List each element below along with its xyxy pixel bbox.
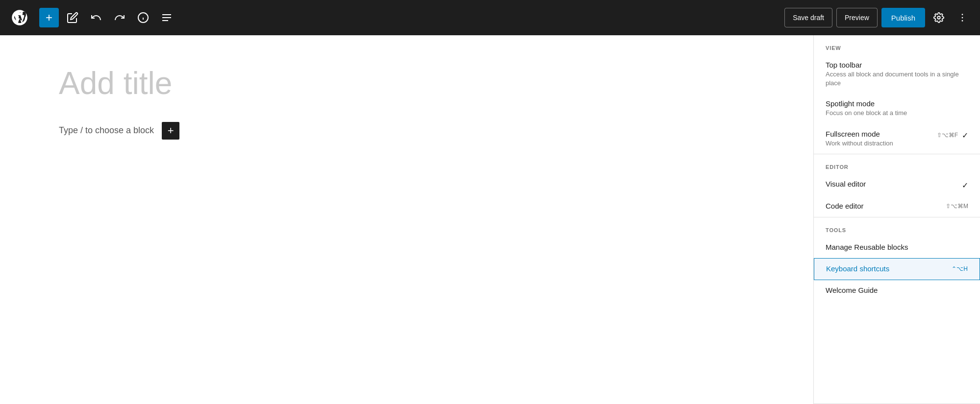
menu-item-fullscreen-right: ⇧⌥⌘F ✓: [931, 130, 968, 140]
view-section-header: VIEW: [814, 35, 980, 55]
visual-editor-check-icon: ✓: [962, 181, 968, 190]
menu-item-code-editor-content: Code editor: [826, 202, 940, 211]
main-toolbar: +: [0, 0, 980, 35]
block-prompt-text: Type / to choose a block: [59, 125, 154, 136]
menu-item-keyboard-shortcuts-content: Keyboard shortcuts: [826, 264, 946, 274]
edit-tool-button[interactable]: [63, 8, 82, 27]
save-draft-button[interactable]: Save draft: [784, 8, 832, 27]
view-section-label: VIEW: [826, 45, 968, 51]
more-options-button[interactable]: [953, 8, 972, 27]
list-view-button[interactable]: [157, 8, 176, 27]
toolbar-left: +: [8, 0, 784, 35]
menu-item-code-editor[interactable]: Code editor ⇧⌥⌘M: [814, 196, 980, 217]
menu-item-welcome-guide[interactable]: Welcome Guide: [814, 280, 980, 301]
block-prompt-area: Type / to choose a block +: [59, 122, 529, 140]
menu-item-code-editor-right: ⇧⌥⌘M: [940, 202, 968, 210]
tools-section-label: TOOLS: [826, 227, 968, 233]
add-block-inline-button[interactable]: +: [162, 122, 179, 140]
menu-item-code-editor-title: Code editor: [826, 202, 940, 210]
menu-item-visual-editor-right: ✓: [956, 180, 968, 190]
menu-item-top-toolbar-title: Top toolbar: [826, 61, 962, 69]
menu-item-keyboard-shortcuts[interactable]: Keyboard shortcuts ⌃⌥H: [814, 258, 980, 280]
menu-item-keyboard-shortcuts-right: ⌃⌥H: [946, 264, 968, 272]
menu-item-fullscreen-content: Fullscreen mode Work without distraction: [826, 130, 931, 148]
menu-item-manage-reusable-content: Manage Reusable blocks: [826, 243, 962, 252]
menu-item-welcome-guide-right: [962, 286, 968, 287]
redo-button[interactable]: [110, 8, 129, 27]
menu-item-manage-reusable[interactable]: Manage Reusable blocks: [814, 237, 980, 258]
menu-item-spotlight-mode[interactable]: Spotlight mode Focus on one block at a t…: [814, 94, 980, 123]
editor-section-label: EDITOR: [826, 164, 968, 170]
menu-item-top-toolbar-desc: Access all block and document tools in a…: [826, 70, 962, 88]
info-button[interactable]: [133, 8, 153, 27]
fullscreen-check-icon: ✓: [962, 131, 968, 140]
menu-item-welcome-guide-content: Welcome Guide: [826, 286, 962, 295]
editor-section-header: EDITOR: [814, 154, 980, 174]
menu-item-keyboard-shortcuts-title: Keyboard shortcuts: [826, 264, 946, 273]
keyboard-shortcuts-shortcut: ⌃⌥H: [952, 265, 968, 272]
svg-point-6: [937, 16, 940, 19]
menu-item-spotlight-right: [962, 99, 968, 100]
settings-button[interactable]: [929, 8, 949, 27]
menu-item-spotlight-content: Spotlight mode Focus on one block at a t…: [826, 99, 962, 118]
menu-item-fullscreen-title: Fullscreen mode: [826, 130, 931, 138]
menu-item-visual-editor[interactable]: Visual editor ✓: [814, 174, 980, 196]
menu-item-manage-reusable-right: [962, 243, 968, 244]
fullscreen-shortcut: ⇧⌥⌘F: [937, 132, 958, 139]
options-dropdown-menu: VIEW Top toolbar Access all block and do…: [813, 35, 980, 404]
code-editor-shortcut: ⇧⌥⌘M: [946, 203, 968, 210]
menu-item-spotlight-title: Spotlight mode: [826, 99, 962, 108]
publish-button[interactable]: Publish: [881, 8, 925, 27]
svg-point-9: [962, 20, 963, 22]
menu-item-top-toolbar[interactable]: Top toolbar Access all block and documen…: [814, 55, 980, 94]
undo-button[interactable]: [86, 8, 106, 27]
preview-button[interactable]: Preview: [836, 8, 878, 27]
menu-item-fullscreen-desc: Work without distraction: [826, 139, 931, 148]
svg-point-7: [962, 14, 963, 15]
menu-item-top-toolbar-content: Top toolbar Access all block and documen…: [826, 61, 962, 88]
menu-item-welcome-guide-title: Welcome Guide: [826, 286, 962, 294]
menu-item-fullscreen-mode[interactable]: Fullscreen mode Work without distraction…: [814, 124, 980, 154]
menu-item-top-toolbar-right: [962, 61, 968, 62]
wordpress-logo[interactable]: [8, 0, 31, 35]
menu-item-visual-editor-content: Visual editor: [826, 180, 956, 189]
menu-item-spotlight-desc: Focus on one block at a time: [826, 109, 962, 118]
tools-section-header: TOOLS: [814, 217, 980, 237]
toolbar-right: Save draft Preview Publish: [784, 8, 972, 27]
add-block-button[interactable]: +: [39, 8, 59, 27]
menu-item-visual-editor-title: Visual editor: [826, 180, 956, 188]
svg-point-8: [962, 17, 963, 19]
menu-item-manage-reusable-title: Manage Reusable blocks: [826, 243, 962, 251]
post-title-input[interactable]: Add title: [59, 65, 529, 102]
editor-area: Add title Type / to choose a block +: [0, 35, 588, 404]
